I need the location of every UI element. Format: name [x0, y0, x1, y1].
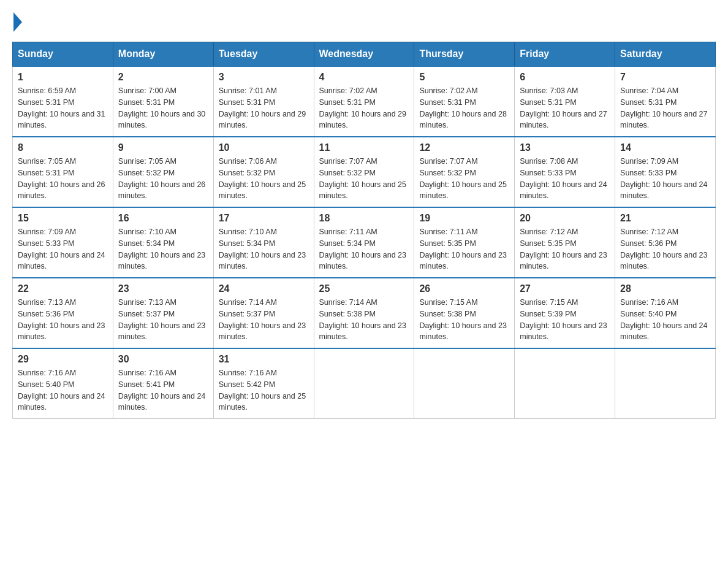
day-number: 13: [520, 142, 610, 153]
day-number: 17: [219, 213, 309, 224]
day-info: Sunrise: 7:09 AMSunset: 5:33 PMDaylight:…: [18, 226, 108, 272]
day-number: 25: [319, 283, 409, 294]
day-info: Sunrise: 6:59 AMSunset: 5:31 PMDaylight:…: [18, 85, 108, 131]
week-row-2: 8 Sunrise: 7:05 AMSunset: 5:31 PMDayligh…: [13, 137, 716, 207]
day-cell: 22 Sunrise: 7:13 AMSunset: 5:36 PMDaylig…: [13, 278, 113, 348]
day-cell: 21 Sunrise: 7:12 AMSunset: 5:36 PMDaylig…: [615, 207, 716, 278]
day-cell: 15 Sunrise: 7:09 AMSunset: 5:33 PMDaylig…: [13, 207, 113, 278]
day-info: Sunrise: 7:09 AMSunset: 5:33 PMDaylight:…: [620, 156, 710, 202]
day-info: Sunrise: 7:06 AMSunset: 5:32 PMDaylight:…: [219, 156, 309, 202]
week-row-5: 29 Sunrise: 7:16 AMSunset: 5:40 PMDaylig…: [13, 348, 716, 419]
day-cell: 31 Sunrise: 7:16 AMSunset: 5:42 PMDaylig…: [213, 348, 314, 419]
day-cell: [515, 348, 615, 419]
day-number: 28: [620, 283, 710, 294]
day-info: Sunrise: 7:10 AMSunset: 5:34 PMDaylight:…: [219, 226, 309, 272]
day-number: 5: [419, 72, 509, 83]
day-number: 18: [319, 213, 409, 224]
day-number: 27: [520, 283, 610, 294]
day-cell: 20 Sunrise: 7:12 AMSunset: 5:35 PMDaylig…: [515, 207, 615, 278]
day-info: Sunrise: 7:05 AMSunset: 5:31 PMDaylight:…: [18, 156, 108, 202]
day-number: 2: [118, 72, 208, 83]
day-number: 7: [620, 72, 710, 83]
calendar-table: SundayMondayTuesdayWednesdayThursdayFrid…: [12, 42, 716, 419]
day-cell: 2 Sunrise: 7:00 AMSunset: 5:31 PMDayligh…: [113, 66, 213, 137]
day-number: 29: [18, 354, 108, 365]
logo: [12, 12, 22, 29]
logo-arrow-icon: [13, 12, 22, 32]
day-cell: 8 Sunrise: 7:05 AMSunset: 5:31 PMDayligh…: [13, 137, 113, 207]
day-cell: 24 Sunrise: 7:14 AMSunset: 5:37 PMDaylig…: [213, 278, 314, 348]
day-cell: 28 Sunrise: 7:16 AMSunset: 5:40 PMDaylig…: [615, 278, 716, 348]
header-friday: Friday: [515, 42, 615, 67]
day-cell: 25 Sunrise: 7:14 AMSunset: 5:38 PMDaylig…: [314, 278, 414, 348]
day-cell: 29 Sunrise: 7:16 AMSunset: 5:40 PMDaylig…: [13, 348, 113, 419]
day-number: 30: [118, 354, 208, 365]
day-number: 4: [319, 72, 409, 83]
day-info: Sunrise: 7:05 AMSunset: 5:32 PMDaylight:…: [118, 156, 208, 202]
day-cell: 26 Sunrise: 7:15 AMSunset: 5:38 PMDaylig…: [414, 278, 515, 348]
calendar-body: 1 Sunrise: 6:59 AMSunset: 5:31 PMDayligh…: [13, 66, 716, 419]
day-cell: 13 Sunrise: 7:08 AMSunset: 5:33 PMDaylig…: [515, 137, 615, 207]
day-cell: 10 Sunrise: 7:06 AMSunset: 5:32 PMDaylig…: [213, 137, 314, 207]
day-cell: 1 Sunrise: 6:59 AMSunset: 5:31 PMDayligh…: [13, 66, 113, 137]
day-info: Sunrise: 7:16 AMSunset: 5:41 PMDaylight:…: [118, 367, 208, 413]
day-cell: 27 Sunrise: 7:15 AMSunset: 5:39 PMDaylig…: [515, 278, 615, 348]
day-number: 6: [520, 72, 610, 83]
week-row-4: 22 Sunrise: 7:13 AMSunset: 5:36 PMDaylig…: [13, 278, 716, 348]
day-cell: 14 Sunrise: 7:09 AMSunset: 5:33 PMDaylig…: [615, 137, 716, 207]
day-cell: 9 Sunrise: 7:05 AMSunset: 5:32 PMDayligh…: [113, 137, 213, 207]
day-number: 19: [419, 213, 509, 224]
day-info: Sunrise: 7:02 AMSunset: 5:31 PMDaylight:…: [319, 85, 409, 131]
page-header: [12, 12, 716, 29]
day-number: 12: [419, 142, 509, 153]
day-info: Sunrise: 7:04 AMSunset: 5:31 PMDaylight:…: [620, 85, 710, 131]
day-info: Sunrise: 7:01 AMSunset: 5:31 PMDaylight:…: [219, 85, 309, 131]
day-info: Sunrise: 7:15 AMSunset: 5:39 PMDaylight:…: [520, 297, 610, 343]
day-info: Sunrise: 7:13 AMSunset: 5:37 PMDaylight:…: [118, 297, 208, 343]
day-number: 31: [219, 354, 309, 365]
day-cell: [615, 348, 716, 419]
day-number: 3: [219, 72, 309, 83]
calendar-header: SundayMondayTuesdayWednesdayThursdayFrid…: [13, 42, 716, 67]
day-info: Sunrise: 7:13 AMSunset: 5:36 PMDaylight:…: [18, 297, 108, 343]
day-number: 9: [118, 142, 208, 153]
day-cell: 23 Sunrise: 7:13 AMSunset: 5:37 PMDaylig…: [113, 278, 213, 348]
header-wednesday: Wednesday: [314, 42, 414, 67]
day-cell: 19 Sunrise: 7:11 AMSunset: 5:35 PMDaylig…: [414, 207, 515, 278]
day-info: Sunrise: 7:11 AMSunset: 5:35 PMDaylight:…: [419, 226, 509, 272]
day-cell: 12 Sunrise: 7:07 AMSunset: 5:32 PMDaylig…: [414, 137, 515, 207]
day-info: Sunrise: 7:14 AMSunset: 5:38 PMDaylight:…: [319, 297, 409, 343]
day-info: Sunrise: 7:03 AMSunset: 5:31 PMDaylight:…: [520, 85, 610, 131]
day-info: Sunrise: 7:12 AMSunset: 5:35 PMDaylight:…: [520, 226, 610, 272]
day-cell: 18 Sunrise: 7:11 AMSunset: 5:34 PMDaylig…: [314, 207, 414, 278]
week-row-1: 1 Sunrise: 6:59 AMSunset: 5:31 PMDayligh…: [13, 66, 716, 137]
day-cell: [314, 348, 414, 419]
header-monday: Monday: [113, 42, 213, 67]
day-info: Sunrise: 7:12 AMSunset: 5:36 PMDaylight:…: [620, 226, 710, 272]
day-info: Sunrise: 7:15 AMSunset: 5:38 PMDaylight:…: [419, 297, 509, 343]
header-thursday: Thursday: [414, 42, 515, 67]
day-number: 24: [219, 283, 309, 294]
day-number: 11: [319, 142, 409, 153]
day-info: Sunrise: 7:07 AMSunset: 5:32 PMDaylight:…: [319, 156, 409, 202]
day-info: Sunrise: 7:14 AMSunset: 5:37 PMDaylight:…: [219, 297, 309, 343]
day-number: 14: [620, 142, 710, 153]
day-cell: 4 Sunrise: 7:02 AMSunset: 5:31 PMDayligh…: [314, 66, 414, 137]
day-cell: 6 Sunrise: 7:03 AMSunset: 5:31 PMDayligh…: [515, 66, 615, 137]
day-number: 15: [18, 213, 108, 224]
day-info: Sunrise: 7:16 AMSunset: 5:40 PMDaylight:…: [620, 297, 710, 343]
day-cell: 30 Sunrise: 7:16 AMSunset: 5:41 PMDaylig…: [113, 348, 213, 419]
day-number: 21: [620, 213, 710, 224]
day-info: Sunrise: 7:10 AMSunset: 5:34 PMDaylight:…: [118, 226, 208, 272]
header-tuesday: Tuesday: [213, 42, 314, 67]
day-info: Sunrise: 7:16 AMSunset: 5:40 PMDaylight:…: [18, 367, 108, 413]
day-number: 1: [18, 72, 108, 83]
day-info: Sunrise: 7:11 AMSunset: 5:34 PMDaylight:…: [319, 226, 409, 272]
day-number: 8: [18, 142, 108, 153]
day-info: Sunrise: 7:07 AMSunset: 5:32 PMDaylight:…: [419, 156, 509, 202]
day-number: 10: [219, 142, 309, 153]
day-cell: 11 Sunrise: 7:07 AMSunset: 5:32 PMDaylig…: [314, 137, 414, 207]
week-row-3: 15 Sunrise: 7:09 AMSunset: 5:33 PMDaylig…: [13, 207, 716, 278]
header-saturday: Saturday: [615, 42, 716, 67]
day-cell: 7 Sunrise: 7:04 AMSunset: 5:31 PMDayligh…: [615, 66, 716, 137]
